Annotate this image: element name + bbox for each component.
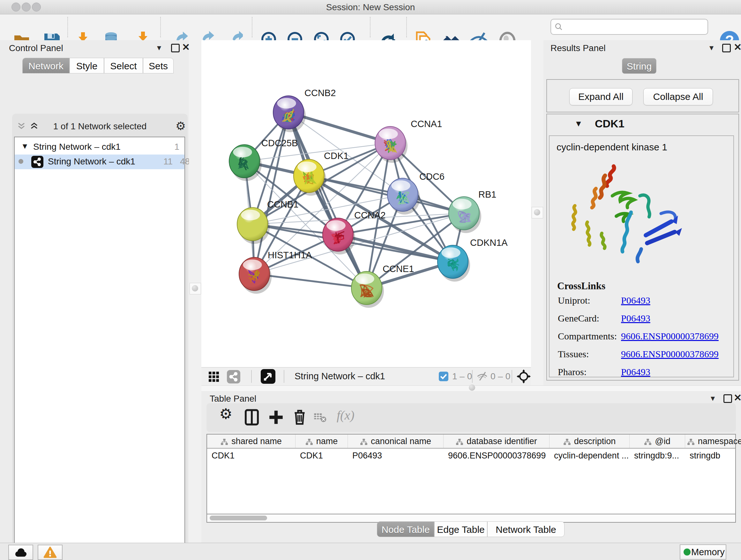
grid-view-icon[interactable] [208,371,219,382]
node-CCNE1[interactable]: CCNE1 [351,264,414,308]
crosslink-row: Uniprot:P06493 [558,295,730,311]
edge-CCNB2-CCNE1[interactable] [288,112,367,288]
node-CCNA1[interactable]: CCNA1 [375,119,442,163]
network-current-dot [18,159,23,164]
table-hscrollbar-thumb[interactable] [210,516,267,520]
tab-network-table[interactable]: Network Table [487,521,564,537]
collection-label: String Network – cdk1 [33,142,121,152]
tab-network[interactable]: Network [22,58,70,73]
delete-column-trash-icon[interactable] [291,408,308,426]
search-input[interactable] [550,19,708,35]
crosslink-value[interactable]: P06493 [621,295,650,306]
network-collection-row[interactable]: ▼ String Network – cdk1 1 [15,140,185,154]
crosslink-row: Pharos:P06493 [558,367,730,382]
show-columns-icon[interactable] [244,408,260,426]
table-cell[interactable]: CDK1 [295,449,348,462]
warning-icon [43,546,57,558]
network-share-icon[interactable] [227,370,240,383]
table-cell[interactable]: P06493 [348,449,444,462]
crosslink-label: Compartments: [558,331,617,341]
crosslink-value[interactable]: P06493 [621,313,650,324]
birds-eye-view-icon[interactable] [261,369,275,384]
table-settings-gear-icon[interactable]: ⚙ [219,405,232,422]
node-label-CCNB2: CCNB2 [305,88,336,98]
separator [472,370,473,383]
gene-description: cyclin-dependent kinase 1 [556,142,667,152]
table-panel-menu-caret[interactable]: ▾ [711,393,715,403]
status-bar: Memory [0,543,741,560]
node-CDC25B[interactable]: CDC25B [229,138,298,181]
node-label-CDC25B: CDC25B [261,138,298,148]
control-panel-float-button[interactable] [171,44,180,52]
add-column-icon[interactable] [268,408,284,426]
column-header-name[interactable]: name [295,435,348,448]
crosslink-value[interactable]: P06493 [621,367,650,377]
network-view-toolbar: String Network – cdk1 1 – 0 0 – 0 [201,367,531,385]
tab-edge-table[interactable]: Edge Table [434,521,487,537]
network-options-gear-icon[interactable]: ⚙ [176,119,186,133]
crosslink-row: Compartments:9606.ENSP00000378699 [558,331,730,347]
left-splitter[interactable] [189,40,201,543]
crosslinks-title: CrossLinks [557,280,605,292]
control-panel-title: Control Panel [9,43,63,53]
node-CCNB2[interactable]: CCNB2 [273,88,336,132]
tab-sets[interactable]: Sets [143,58,174,73]
tab-string[interactable]: String [622,58,657,74]
results-panel: Results Panel ▾ ✕ String Expand All Coll… [543,40,741,385]
results-panel-menu-caret[interactable]: ▾ [710,43,714,53]
node-label-HIST1H1A: HIST1H1A [268,250,312,260]
table-cell[interactable]: stringdb:9... [630,449,685,462]
network-row-selected[interactable]: String Network – cdk1 11 48 [15,154,185,169]
warnings-button[interactable] [38,545,63,560]
network-label: String Network – cdk1 [48,157,135,167]
node-HIST1H1A[interactable]: HIST1H1A [239,250,312,294]
memory-button[interactable]: Memory [680,544,726,560]
network-view[interactable]: CCNB2CCNA1CDC25BCDK1CDC6RB1CCNB1CCNA2CDK… [201,40,531,367]
column-header-database-identifier[interactable]: database identifier [444,435,549,448]
horizontal-splitter[interactable] [201,385,741,391]
tab-style[interactable]: Style [70,58,104,73]
cloud-button[interactable] [8,545,33,560]
column-header-shared-name[interactable]: shared name [207,435,295,448]
delete-table-icon [314,412,327,423]
left-splitter-handle[interactable] [190,283,201,294]
table-cell[interactable]: cyclin-dependent ... [549,449,630,462]
column-header-id[interactable]: @id [630,435,685,448]
gene-collapse-caret[interactable]: ▼ [575,119,583,129]
table-toolbar: ⚙ f(x) [206,403,736,432]
column-header-namespace[interactable]: namespace [685,435,741,448]
crosslink-value[interactable]: 9606.ENSP00000378699 [621,349,719,360]
node-CCNB1[interactable]: CCNB1 [237,199,298,244]
selected-checkbox-icon[interactable] [439,372,448,381]
right-splitter[interactable] [531,40,544,385]
control-panel-menu-caret[interactable]: ▾ [157,43,161,53]
control-panel-body: 1 of 1 Network selected ⚙ ▼ String Netwo… [12,114,188,560]
toolbar-separator [252,17,253,37]
table-cell[interactable]: stringdb [685,449,741,462]
table-panel-close-button[interactable]: ✕ [734,393,741,402]
tab-node-table[interactable]: Node Table [377,521,434,537]
expand-all-button[interactable]: Expand All [569,88,632,105]
table-cell[interactable]: 9606.ENSP00000378699 [444,449,549,462]
node-RB1[interactable]: RB1 [449,189,496,233]
column-header-description[interactable]: description [549,435,630,448]
fit-selected-crosshair-icon[interactable] [517,369,531,383]
table-cell[interactable]: CDK1 [207,449,295,462]
crosslink-label: Tissues: [558,349,589,359]
results-panel-float-button[interactable] [722,44,731,52]
right-splitter-handle[interactable] [532,207,543,219]
table-panel-float-button[interactable] [724,394,732,403]
network-graph[interactable]: CCNB2CCNA1CDC25BCDK1CDC6RB1CCNB1CCNA2CDK… [201,40,531,367]
collapse-all-button[interactable]: Collapse All [643,88,713,105]
node-CDKN1A[interactable]: CDKN1A [437,238,508,282]
node-table[interactable]: shared namenamecanonical namedatabase id… [206,434,736,514]
results-panel-title: Results Panel [550,43,606,53]
collection-expand-caret[interactable]: ▼ [21,142,29,151]
table-panel: Table Panel ▾ ✕ ⚙ f(x) shared namenameca… [201,391,741,543]
column-header-canonical-name[interactable]: canonical name [348,435,444,448]
tab-select[interactable]: Select [104,58,143,73]
node-CDC6[interactable]: CDC6 [387,172,445,214]
node-label-CDK1: CDK1 [324,151,348,161]
results-panel-close-button[interactable]: ✕ [734,43,741,52]
crosslink-value[interactable]: 9606.ENSP00000378699 [621,331,719,341]
